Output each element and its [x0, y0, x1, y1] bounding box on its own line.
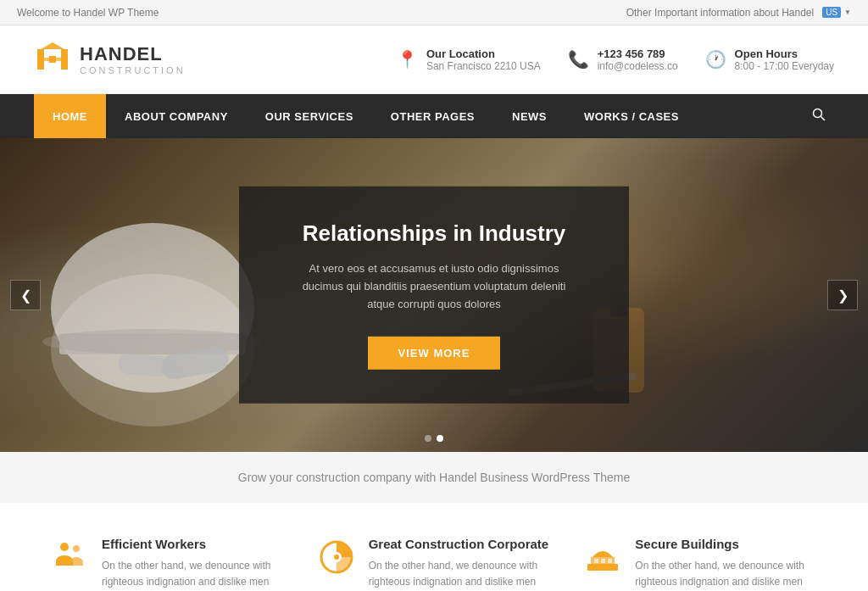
tagline-text: Grow your construction company with Hand… [238, 471, 630, 484]
top-bar-right: Other Important information about Handel… [626, 7, 851, 19]
phone-icon: 📞 [568, 49, 589, 70]
hero-description: At vero eos et accusamus et iusto odio d… [290, 260, 578, 313]
phone-label: +123 456 789 [598, 47, 678, 60]
feature-construction-title: Great Construction Corporate [369, 537, 551, 551]
workers-svg-icon [51, 538, 88, 576]
feature-buildings-desc: On the other hand, we denounce with righ… [635, 558, 817, 591]
nav-item-works[interactable]: WORKS / CASES [565, 94, 698, 138]
header: HANDEL CONSTRUCTION 📍 Our Location San F… [0, 25, 868, 94]
construction-svg-icon [318, 538, 355, 576]
nav-item-news[interactable]: NEWS [493, 94, 565, 138]
svg-point-14 [42, 329, 263, 354]
construction-icon [318, 538, 355, 591]
logo-sub: CONSTRUCTION [80, 65, 186, 75]
phone-value: info@codeless.co [598, 60, 678, 72]
svg-marker-4 [41, 42, 64, 49]
lang-arrow-icon: ▼ [844, 8, 851, 16]
hero-prev-button[interactable]: ❮ [10, 280, 41, 310]
hero-title: Relationships in Industry [290, 220, 578, 247]
location-info: 📍 Our Location San Francisco 2210 USA [397, 47, 541, 72]
top-bar: Welcome to Handel WP Theme Other Importa… [0, 0, 868, 25]
hero-cta-button[interactable]: VIEW MORE [368, 337, 501, 370]
feature-construction: Great Construction Corporate On the othe… [318, 537, 551, 591]
svg-rect-26 [608, 559, 612, 563]
hero-hardhat-decoration [34, 206, 271, 396]
buildings-icon [584, 538, 621, 591]
hero-section: ❮ Relationships in Industry At vero eos … [0, 138, 868, 452]
feature-workers-title: Efficient Workers [102, 537, 284, 551]
header-info: 📍 Our Location San Francisco 2210 USA 📞 … [397, 47, 834, 72]
phone-info: 📞 +123 456 789 info@codeless.co [568, 47, 678, 72]
clock-icon: 🕐 [705, 49, 726, 70]
nav-search-button[interactable] [804, 99, 834, 133]
hero-next-button[interactable]: ❯ [827, 280, 858, 310]
feature-buildings: Secure Buildings On the other hand, we d… [584, 537, 817, 591]
svg-line-6 [821, 117, 826, 121]
logo-icon [34, 41, 71, 78]
logo-name: HANDEL [80, 43, 186, 65]
lang-selector[interactable]: US ▼ [822, 7, 851, 18]
hero-content: Relationships in Industry At vero eos et… [239, 187, 629, 404]
hours-info: 🕐 Open Hours 8:00 - 17:00 Everyday [705, 47, 834, 72]
svg-rect-25 [601, 559, 605, 563]
nav-item-pages[interactable]: OTHER PAGES [372, 94, 493, 138]
logo-text: HANDEL CONSTRUCTION [80, 43, 186, 75]
location-label: Our Location [426, 47, 541, 60]
tagline-section: Grow your construction company with Hand… [0, 452, 868, 503]
feature-construction-desc: On the other hand, we denounce with righ… [369, 558, 551, 591]
feature-buildings-title: Secure Buildings [635, 537, 817, 551]
location-icon: 📍 [397, 49, 418, 70]
lang-flag: US [822, 7, 841, 18]
hero-dot-2[interactable] [437, 435, 443, 442]
hours-value: 8:00 - 17:00 Everyday [735, 60, 834, 72]
nav-item-about[interactable]: ABOUT COMPANY [106, 94, 247, 138]
svg-rect-3 [37, 58, 68, 61]
main-nav: HOME ABOUT COMPANY OUR SERVICES OTHER PA… [0, 94, 868, 138]
svg-rect-24 [594, 559, 598, 563]
hours-label: Open Hours [735, 47, 834, 60]
buildings-svg-icon [584, 538, 621, 576]
svg-point-17 [60, 543, 69, 551]
feature-buildings-content: Secure Buildings On the other hand, we d… [635, 537, 817, 591]
hero-dots [425, 435, 443, 442]
svg-point-21 [334, 555, 339, 560]
svg-point-18 [73, 545, 80, 552]
feature-workers-content: Efficient Workers On the other hand, we … [102, 537, 284, 591]
feature-workers-desc: On the other hand, we denounce with righ… [102, 558, 284, 591]
top-bar-right-text: Other Important information about Handel [626, 7, 814, 19]
nav-item-home[interactable]: HOME [34, 94, 106, 138]
svg-point-5 [814, 109, 822, 118]
feature-construction-content: Great Construction Corporate On the othe… [369, 537, 551, 591]
logo[interactable]: HANDEL CONSTRUCTION [34, 41, 186, 78]
features-section: Efficient Workers On the other hand, we … [0, 503, 868, 591]
feature-workers: Efficient Workers On the other hand, we … [51, 537, 284, 591]
search-icon [812, 108, 826, 121]
location-value: San Francisco 2210 USA [426, 60, 541, 72]
top-bar-left: Welcome to Handel WP Theme [17, 7, 159, 19]
workers-icon [51, 538, 88, 591]
nav-item-services[interactable]: OUR SERVICES [247, 94, 372, 138]
hero-dot-1[interactable] [425, 435, 431, 442]
